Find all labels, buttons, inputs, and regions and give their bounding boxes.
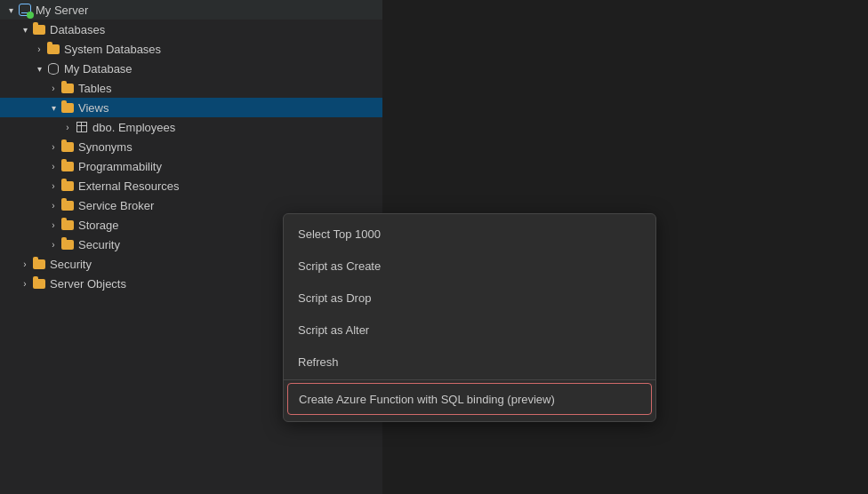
db-icon-my-database	[46, 61, 60, 76]
context-menu-refresh[interactable]: Refresh	[284, 346, 655, 378]
tree-item-system-databases[interactable]: System Databases	[0, 39, 382, 59]
chevron-service-broker	[46, 198, 60, 212]
label-security-db: Security	[78, 238, 120, 251]
label-dbo-employees: dbo. Employees	[92, 121, 175, 134]
folder-icon-programmability	[60, 159, 75, 173]
label-system-databases: System Databases	[64, 43, 161, 56]
chevron-external-resources	[46, 179, 60, 193]
context-menu-create-azure-label: Create Azure Function with SQL binding (…	[299, 393, 555, 406]
context-menu-script-drop[interactable]: Script as Drop	[284, 282, 655, 314]
chevron-views	[46, 100, 60, 115]
folder-icon-security-server	[32, 257, 46, 271]
folder-icon-storage	[60, 218, 75, 232]
label-external-resources: External Resources	[78, 179, 179, 193]
label-programmability: Programmability	[78, 160, 162, 173]
chevron-synonyms	[46, 139, 60, 154]
chevron-server	[4, 3, 18, 17]
tree-item-server[interactable]: My Server	[0, 0, 382, 20]
table-icon-dbo-employees	[75, 120, 89, 134]
folder-icon-tables	[60, 81, 75, 95]
chevron-security-db	[46, 237, 60, 251]
tree-item-programmability[interactable]: Programmability	[0, 156, 382, 176]
tree-item-databases[interactable]: Databases	[0, 20, 382, 39]
folder-icon-databases	[32, 22, 46, 36]
context-menu-script-create[interactable]: Script as Create	[284, 250, 655, 282]
chevron-security-server	[18, 257, 32, 271]
context-menu-refresh-label: Refresh	[298, 355, 339, 369]
tree-item-external-resources[interactable]: External Resources	[0, 176, 382, 195]
label-storage: Storage	[78, 219, 119, 232]
chevron-tables	[46, 81, 60, 95]
folder-icon-security-db	[60, 237, 75, 251]
context-menu-select-top-label: Select Top 1000	[298, 227, 381, 241]
chevron-dbo-employees	[60, 120, 75, 134]
context-menu-script-alter[interactable]: Script as Alter	[284, 314, 655, 346]
folder-icon-server-objects	[32, 276, 46, 291]
label-tables: Tables	[78, 82, 112, 95]
label-server-objects: Server Objects	[50, 277, 126, 291]
folder-icon-system-databases	[46, 42, 60, 56]
chevron-server-objects	[18, 276, 32, 291]
server-label: My Server	[36, 4, 88, 17]
chevron-databases	[18, 22, 32, 36]
context-menu-script-alter-label: Script as Alter	[298, 323, 369, 337]
folder-icon-synonyms	[60, 139, 75, 154]
label-service-broker: Service Broker	[78, 199, 154, 212]
tree-item-synonyms[interactable]: Synonyms	[0, 137, 382, 156]
tree-item-dbo-employees[interactable]: dbo. Employees	[0, 117, 382, 137]
tree-item-service-broker[interactable]: Service Broker	[0, 195, 382, 215]
label-security-server: Security	[50, 258, 92, 271]
tree-item-views[interactable]: Views	[0, 98, 382, 117]
tree-item-tables[interactable]: Tables	[0, 78, 382, 98]
context-menu-script-create-label: Script as Create	[298, 259, 381, 273]
context-menu-script-drop-label: Script as Drop	[298, 291, 371, 305]
folder-icon-views	[60, 100, 75, 115]
folder-icon-service-broker	[60, 198, 75, 212]
folder-icon-external-resources	[60, 179, 75, 193]
tree-item-my-database[interactable]: My Database	[0, 59, 382, 78]
chevron-storage	[46, 218, 60, 232]
context-menu-select-top[interactable]: Select Top 1000	[284, 218, 655, 250]
context-menu: Select Top 1000 Script as Create Script …	[283, 213, 656, 422]
label-synonyms: Synonyms	[78, 140, 133, 154]
label-databases: Databases	[50, 23, 105, 36]
server-icon-wrapper	[18, 3, 32, 17]
status-dot	[27, 12, 34, 19]
chevron-programmability	[46, 159, 60, 173]
chevron-my-database	[32, 61, 46, 76]
context-menu-divider	[284, 379, 655, 380]
context-menu-create-azure[interactable]: Create Azure Function with SQL binding (…	[287, 383, 652, 415]
chevron-system-databases	[32, 42, 46, 56]
label-views: Views	[78, 101, 108, 115]
label-my-database: My Database	[64, 62, 133, 76]
